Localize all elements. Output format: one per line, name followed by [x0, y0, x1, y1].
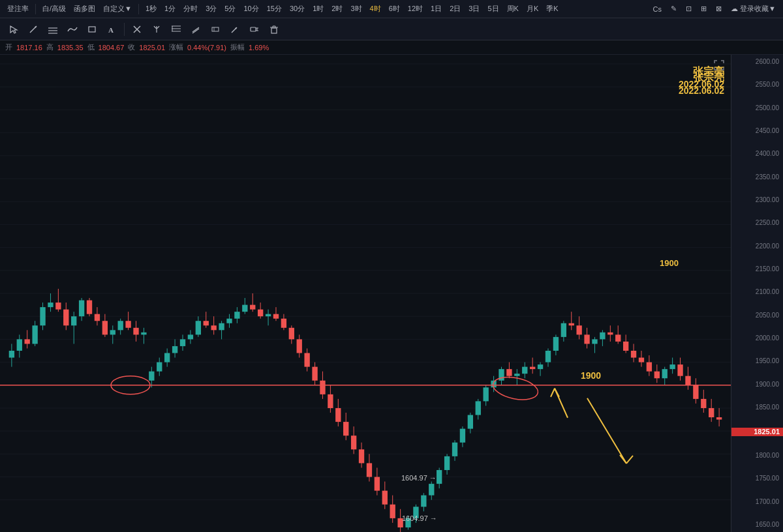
chart-container[interactable]: 张宗亮 2022.06.02 1900 1604.97 → 2600.00 25… [0, 55, 783, 532]
amplitude-value: 1.69% [249, 44, 269, 52]
sep1 [35, 4, 36, 14]
price-2100: 2100.00 [731, 289, 783, 295]
toolbar-seasink[interactable]: 季K [543, 3, 561, 15]
draw-sep1 [124, 23, 125, 36]
toolbar-zidingyi[interactable]: 自定义▼ [100, 3, 135, 15]
draw-fib[interactable] [168, 21, 185, 38]
toolbar-10m[interactable]: 10分 [240, 3, 262, 15]
draw-wave[interactable] [64, 21, 81, 38]
toolbar-zhuzhu[interactable]: 登注率 [4, 3, 32, 15]
toolbar-1s[interactable]: 1秒 [142, 3, 160, 15]
toolbar-15m[interactable]: 15分 [264, 3, 285, 15]
high-label: 高 [46, 42, 54, 52]
draw-delete[interactable] [266, 21, 283, 38]
toolbar-5d[interactable]: 5日 [484, 3, 502, 15]
price-2450: 2450.00 [731, 128, 783, 134]
price-1800: 1800.00 [731, 452, 783, 459]
toolbar-3m[interactable]: 3分 [202, 3, 220, 15]
svg-text:A: A [108, 26, 114, 34]
price-2200: 2200.00 [731, 243, 783, 250]
toolbar-cloud-icon[interactable]: ☁ 登录收藏▼ [728, 3, 779, 15]
toolbar-more-icon[interactable]: ⊠ [713, 3, 725, 14]
price-axis: 2600.00 2550.00 2500.00 2450.00 2400.00 … [731, 55, 783, 532]
svg-rect-6 [89, 27, 95, 32]
draw-trendline[interactable] [25, 21, 42, 38]
price-2350: 2350.00 [731, 174, 783, 181]
fullscreen-icon[interactable] [714, 60, 726, 72]
toolbar-settings-icon[interactable]: ⊞ [698, 3, 710, 14]
change-value: 0.44%(7.91) [187, 44, 226, 52]
svg-marker-0 [10, 26, 17, 33]
draw-cross[interactable] [129, 21, 146, 38]
price-1750: 1750.00 [731, 475, 783, 482]
price-1950: 1950.00 [731, 358, 783, 364]
toolbar-weekk[interactable]: 周K [504, 3, 522, 15]
toolbar-cs[interactable]: Cs [650, 4, 665, 14]
svg-rect-16 [212, 27, 219, 31]
toolbar-30m[interactable]: 30分 [286, 3, 308, 15]
toolbar-1h[interactable]: 1时 [309, 3, 327, 15]
toolbar-3h[interactable]: 3时 [347, 3, 365, 15]
toolbar-monthk[interactable]: 月K [523, 3, 542, 15]
draw-rect[interactable] [84, 21, 100, 38]
price-1850: 1850.00 [731, 404, 783, 411]
toolbar-2h[interactable]: 2时 [328, 3, 346, 15]
draw-arrow[interactable] [226, 21, 243, 38]
price-2000: 2000.00 [731, 335, 783, 342]
price-2250: 2250.00 [731, 220, 783, 226]
amplitude-label: 振幅 [230, 42, 245, 52]
price-current-bg: 1825.01 [731, 428, 783, 436]
draw-text[interactable]: A [103, 21, 120, 38]
toolbar-6h[interactable]: 6时 [386, 3, 403, 15]
svg-rect-24 [271, 28, 277, 33]
toolbar-1m[interactable]: 1分 [161, 3, 179, 15]
toolbar-grid-icon[interactable]: ⊡ [683, 3, 695, 14]
price-2400: 2400.00 [731, 151, 783, 157]
open-value: 1817.16 [16, 44, 42, 52]
price-1900: 1900.00 [731, 381, 783, 388]
toolbar-baigaoji[interactable]: 白/高级 [39, 3, 69, 15]
open-label: 开 [5, 42, 12, 52]
price-1650: 1650.00 [731, 522, 783, 528]
toolbar-3d[interactable]: 3日 [465, 3, 483, 15]
change-label: 涨幅 [169, 42, 183, 52]
toolbar-12h[interactable]: 12时 [405, 3, 426, 15]
toolbar-2d[interactable]: 2日 [446, 3, 464, 15]
toolbar-5m[interactable]: 5分 [221, 3, 239, 15]
toolbar-right: Cs ✎ ⊡ ⊞ ⊠ ☁ 登录收藏▼ [650, 3, 779, 15]
draw-channel[interactable] [187, 21, 204, 38]
candlestick-chart[interactable] [0, 55, 731, 532]
price-2150: 2150.00 [731, 266, 783, 273]
top-toolbar: 登注率 白/高级 函多图 自定义▼ 1秒 1分 分时 3分 5分 10分 15分… [0, 0, 783, 18]
draw-horizontal[interactable] [44, 21, 61, 38]
price-2050: 2050.00 [731, 312, 783, 319]
low-label: 低 [87, 42, 95, 52]
ohlc-bar: 开 1817.16 高 1835.35 低 1804.67 收 1825.01 … [0, 40, 783, 55]
draw-cursor[interactable] [5, 21, 22, 38]
drawing-toolbar: A [0, 18, 783, 40]
close-label: 收 [128, 42, 135, 52]
price-2300: 2300.00 [731, 197, 783, 203]
toolbar-fenshi[interactable]: 分时 [180, 3, 201, 15]
toolbar-1d[interactable]: 1日 [427, 3, 445, 15]
sep2 [138, 4, 139, 14]
close-value: 1825.01 [139, 44, 165, 52]
toolbar-pencil-icon[interactable]: ✎ [668, 3, 680, 14]
price-1700: 1700.00 [731, 499, 783, 505]
svg-rect-20 [251, 27, 256, 31]
high-value: 1835.35 [57, 44, 84, 52]
price-2600: 2600.00 [731, 59, 783, 65]
toolbar-4h[interactable]: 4时 [367, 3, 384, 15]
price-2500: 2500.00 [731, 105, 783, 111]
low-value: 1804.67 [99, 44, 125, 52]
draw-erase[interactable] [246, 21, 263, 38]
draw-measure[interactable] [207, 21, 224, 38]
toolbar-duotu[interactable]: 函多图 [70, 3, 99, 15]
draw-pitchfork[interactable] [148, 21, 165, 38]
price-2550: 2550.00 [731, 81, 783, 88]
